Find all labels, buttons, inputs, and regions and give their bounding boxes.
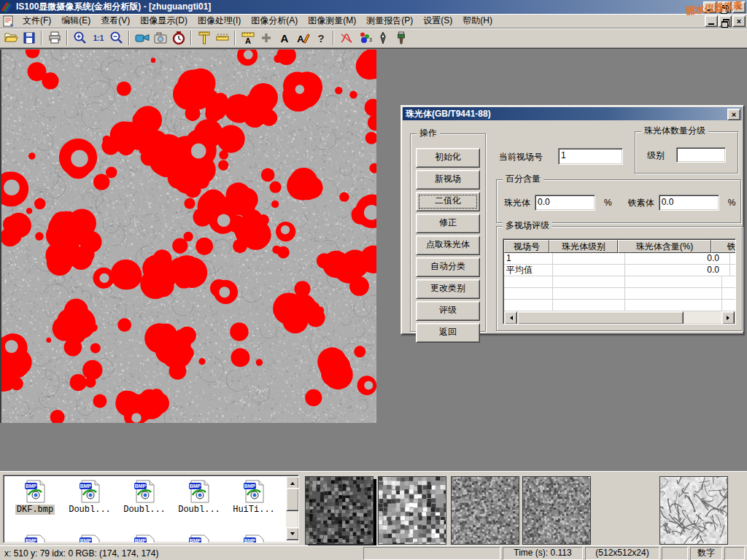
ferrite-label: 铁素体: [628, 197, 654, 209]
col-field-no[interactable]: 视场号: [504, 240, 549, 253]
menu-item-help[interactable]: 帮助(H): [457, 13, 498, 28]
thumbnail-5[interactable]: [659, 476, 727, 543]
annotate-icon[interactable]: A: [293, 30, 311, 46]
restore-button[interactable]: [718, 1, 731, 13]
file-name[interactable]: HuiTi...: [231, 505, 276, 515]
menu-item-file[interactable]: 文件(F): [18, 13, 56, 28]
bmp-file-icon: BMP: [241, 479, 266, 504]
actual-size-icon[interactable]: 1:1: [89, 30, 107, 46]
zoom-in-icon[interactable]: [71, 30, 89, 46]
file-item[interactable]: BMP Doubl...: [63, 479, 117, 515]
thumbnail-3[interactable]: [451, 476, 518, 543]
current-field-input[interactable]: 1: [558, 148, 623, 165]
ferrite-input[interactable]: 0.0: [659, 195, 719, 211]
new-field-button[interactable]: 新视场: [416, 170, 480, 190]
menu-item-image-analysis[interactable]: 图像分析(A): [246, 13, 303, 28]
file-name[interactable]: DKF.bmp: [15, 505, 55, 515]
dialog-close-icon[interactable]: ×: [727, 109, 740, 120]
mdi-close-button[interactable]: ×: [732, 15, 746, 27]
scroll-left-icon[interactable]: [504, 311, 517, 324]
measure-text-icon[interactable]: A: [239, 30, 257, 46]
print-icon[interactable]: [45, 30, 63, 46]
file-item[interactable]: BMP Doubl...: [117, 479, 171, 515]
menu-item-image-display[interactable]: 图像显示(D): [135, 13, 193, 28]
correct-button[interactable]: 修正: [416, 214, 480, 233]
file-list-vscrollbar[interactable]: [286, 476, 298, 540]
level-input[interactable]: [676, 147, 726, 163]
file-item[interactable]: BMP HuiTi...: [227, 479, 281, 515]
col-ferrite-content[interactable]: 铁素体含量(%): [711, 240, 736, 253]
file-item[interactable]: BMP Doubl...: [172, 479, 226, 515]
col-pearlite-content[interactable]: 珠光体含量(%): [618, 240, 711, 253]
file-item-partial[interactable]: BMP: [172, 534, 226, 543]
point-pick-icon[interactable]: [374, 30, 392, 46]
status-panel-blank: [662, 547, 688, 560]
scroll-thumb[interactable]: [286, 488, 299, 511]
scroll-thumb[interactable]: [517, 311, 684, 324]
svg-text:BMP: BMP: [190, 538, 201, 543]
metallographic-image[interactable]: [0, 50, 376, 423]
classify-icon[interactable]: 3: [355, 30, 374, 46]
col-pearlite-grade[interactable]: 珠光体级别: [549, 240, 618, 253]
ruler-icon[interactable]: [213, 30, 231, 46]
zoom-out-icon[interactable]: [107, 30, 125, 46]
menu-item-edit[interactable]: 编辑(E): [56, 13, 96, 28]
text-icon[interactable]: A: [275, 30, 293, 46]
cell-field-no: 1: [504, 253, 553, 265]
cursor-position-readout: x: 510 y: 79 idx: 0 RGB: (174, 174, 174): [0, 548, 363, 559]
capture-icon[interactable]: [151, 30, 169, 46]
file-list[interactable]: BMP DKF.bmp BMP Doubl... BMP Doubl... BM…: [3, 475, 299, 543]
file-name[interactable]: Doubl...: [67, 505, 112, 515]
file-item-partial[interactable]: BMP: [63, 534, 117, 543]
status-resolution: (512x512x24): [585, 547, 659, 560]
mdi-minimize-button[interactable]: [705, 15, 718, 27]
bmp-file-icon: BMP: [23, 534, 47, 543]
scroll-down-icon[interactable]: [286, 527, 299, 540]
table-hscrollbar[interactable]: [504, 311, 735, 323]
curve-icon[interactable]: [337, 30, 355, 46]
init-button[interactable]: 初始化: [416, 148, 480, 168]
scroll-right-icon[interactable]: [721, 311, 735, 324]
help-icon[interactable]: ?: [311, 30, 330, 46]
binarize-button[interactable]: 二值化: [416, 192, 480, 211]
caliper-icon[interactable]: [195, 30, 213, 46]
video-camera-icon[interactable]: [133, 30, 151, 46]
dialog-title-bar[interactable]: 珠光体(GB/T9441-88) ×: [403, 107, 742, 120]
grade-button[interactable]: 评级: [416, 301, 480, 321]
menu-item-view[interactable]: 查看(V): [96, 13, 135, 28]
menu-item-image-measure[interactable]: 图像测量(M): [303, 13, 361, 28]
pearlite-input[interactable]: 0.0: [535, 195, 595, 211]
change-class-button[interactable]: 更改类别: [416, 279, 480, 299]
close-button[interactable]: ×: [732, 1, 746, 13]
save-icon[interactable]: [20, 30, 38, 46]
open-icon[interactable]: [1, 30, 20, 46]
thumbnail-2[interactable]: [378, 476, 445, 543]
bmp-file-icon: BMP: [77, 534, 102, 543]
grading-group-label: 珠光体数量分级: [641, 125, 708, 136]
menu-item-image-processing[interactable]: 图像处理(I): [193, 13, 246, 28]
file-name[interactable]: Doubl...: [177, 505, 222, 515]
status-time: Time (s): 0.113: [503, 547, 583, 560]
table-row[interactable]: 1 0.0: [504, 253, 736, 265]
auto-classify-button[interactable]: 自动分类: [416, 257, 480, 277]
mdi-restore-button[interactable]: [719, 15, 732, 27]
timer-icon[interactable]: [169, 30, 187, 46]
pick-pearlite-button[interactable]: 点取珠光体: [416, 236, 480, 255]
table-row[interactable]: 平均值 0.0: [504, 265, 736, 276]
pearlite-dialog: 珠光体(GB/T9441-88) × 操作 初始化 新视场 二值化 修正 点取珠…: [400, 105, 744, 335]
thumbnail-4[interactable]: [522, 476, 589, 543]
grid-icon[interactable]: [257, 30, 275, 46]
file-item[interactable]: BMP DKF.bmp: [8, 479, 62, 515]
file-item-partial[interactable]: BMP: [8, 534, 62, 543]
file-item-partial[interactable]: BMP: [227, 534, 281, 543]
brush-icon[interactable]: [392, 30, 410, 46]
minimize-button[interactable]: [703, 1, 716, 13]
file-name[interactable]: Doubl...: [122, 505, 167, 515]
thumbnail-1[interactable]: [305, 476, 372, 543]
return-button[interactable]: 返回: [416, 323, 480, 343]
status-panel-blank: [724, 547, 745, 560]
menu-item-settings[interactable]: 设置(S): [418, 13, 457, 28]
menu-item-measure-report[interactable]: 测量报告(P): [361, 13, 418, 28]
file-item-partial[interactable]: BMP: [117, 534, 171, 543]
multifield-table[interactable]: 视场号 珠光体级别 珠光体含量(%) 铁素体含量(%) 1 0.0: [503, 238, 736, 324]
